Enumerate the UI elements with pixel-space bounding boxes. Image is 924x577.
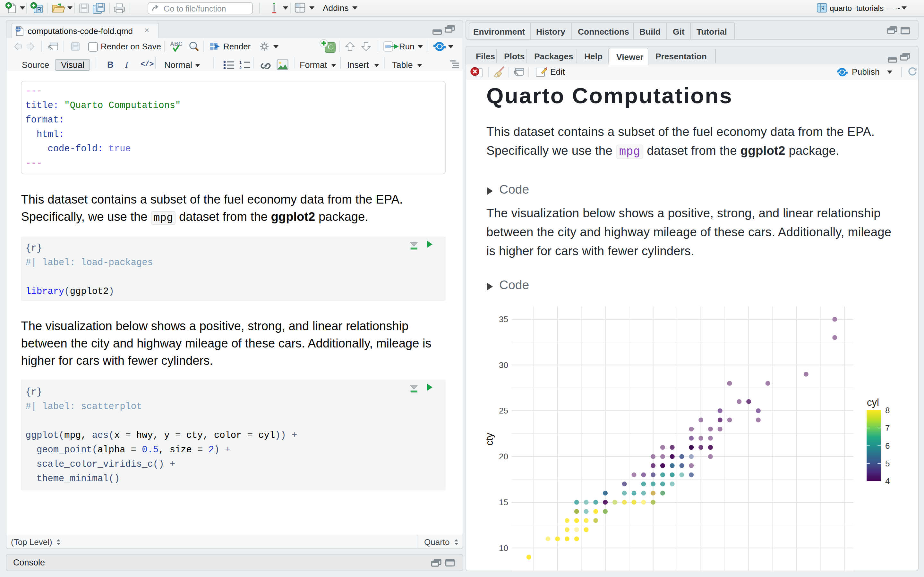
svg-text:1: 1 [239,60,242,65]
svg-text:8: 8 [885,406,890,415]
svg-text:5: 5 [885,459,890,468]
svg-text:4: 4 [885,476,890,486]
svg-text:ABC: ABC [170,41,183,47]
svg-text:6: 6 [885,441,890,451]
svg-text:cyl: cyl [867,397,879,408]
svg-text:R: R [821,5,825,11]
svg-text:7: 7 [885,423,890,433]
svg-text:35: 35 [499,314,508,324]
svg-text:2: 2 [239,65,242,69]
svg-text:20: 20 [499,452,508,461]
svg-text:R: R [37,6,41,13]
svg-text:15: 15 [499,498,508,507]
svg-text:10: 10 [499,543,508,553]
svg-text:25: 25 [499,406,508,416]
svg-text:cty: cty [484,433,495,446]
svg-text:30: 30 [499,360,508,370]
